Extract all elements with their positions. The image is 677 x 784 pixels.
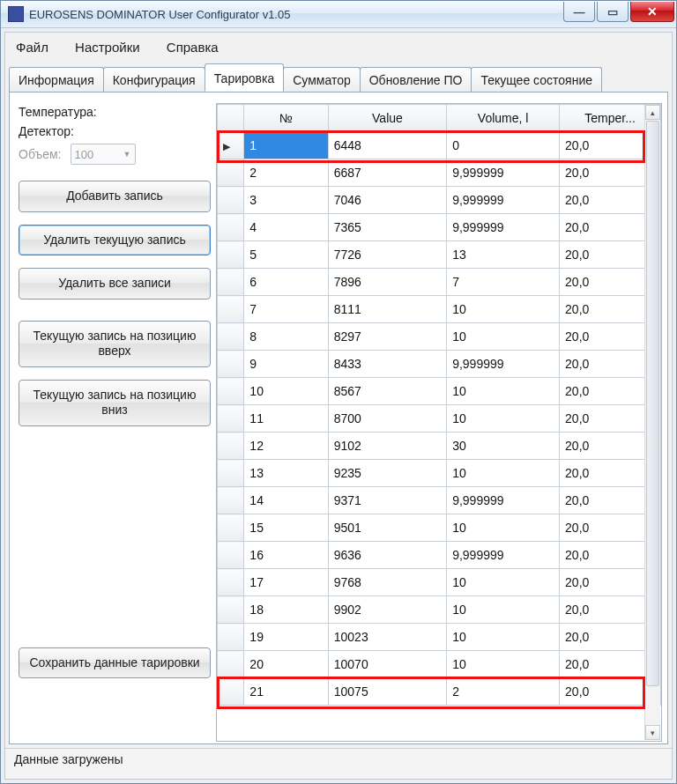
row-header[interactable] <box>218 241 244 269</box>
scroll-thumb[interactable] <box>646 121 659 686</box>
cell-volume[interactable]: 10 <box>447 323 560 351</box>
table-row[interactable]: 19100231020,0 <box>218 624 661 651</box>
cell-value[interactable]: 7726 <box>328 241 446 269</box>
cell-n[interactable]: 2 <box>244 159 328 187</box>
menu-file[interactable]: Файл <box>16 40 48 55</box>
cell-value[interactable]: 9902 <box>328 596 446 624</box>
cell-value[interactable]: 8297 <box>328 323 446 351</box>
cell-value[interactable]: 9501 <box>328 514 446 542</box>
cell-value[interactable]: 7046 <box>328 187 446 214</box>
table-row[interactable]: 266879,99999920,0 <box>218 159 661 187</box>
cell-n[interactable]: 11 <box>244 405 328 433</box>
cell-volume[interactable]: 10 <box>447 296 560 323</box>
cell-n[interactable]: 14 <box>244 487 328 514</box>
cell-n[interactable]: 6 <box>244 269 328 296</box>
move-down-button[interactable]: Текущую запись на позицию вниз <box>19 380 211 426</box>
row-header[interactable] <box>218 351 244 378</box>
cell-n[interactable]: 1 <box>244 132 328 159</box>
cell-n[interactable]: 21 <box>244 678 328 706</box>
row-header[interactable] <box>218 433 244 460</box>
table-row[interactable]: 1595011020,0 <box>218 514 661 542</box>
table-row[interactable]: 781111020,0 <box>218 296 661 323</box>
table-row[interactable]: 20100701020,0 <box>218 651 661 678</box>
cell-volume[interactable]: 9,999999 <box>447 542 560 569</box>
row-header[interactable] <box>218 214 244 241</box>
cell-volume[interactable]: 10 <box>447 405 560 433</box>
table-row[interactable]: 2110075220,0 <box>218 678 661 706</box>
tab-info[interactable]: Информация <box>9 67 104 92</box>
row-header[interactable] <box>218 624 244 651</box>
cell-volume[interactable]: 10 <box>447 596 560 624</box>
cell-value[interactable]: 7365 <box>328 214 446 241</box>
row-header[interactable] <box>218 187 244 214</box>
cell-n[interactable]: 9 <box>244 351 328 378</box>
cell-n[interactable]: 7 <box>244 296 328 323</box>
table-row[interactable]: 473659,99999920,0 <box>218 214 661 241</box>
row-header[interactable] <box>218 378 244 405</box>
row-header[interactable] <box>218 678 244 706</box>
cell-value[interactable]: 10075 <box>328 678 446 706</box>
cell-volume[interactable]: 10 <box>447 460 560 487</box>
table-row[interactable]: 67896720,0 <box>218 269 661 296</box>
add-record-button[interactable]: Добавить запись <box>19 181 211 212</box>
move-up-button[interactable]: Текущую запись на позицию вверх <box>19 321 211 367</box>
cell-volume[interactable]: 9,999999 <box>447 187 560 214</box>
table-row[interactable]: 984339,99999920,0 <box>218 351 661 378</box>
cell-value[interactable]: 6448 <box>328 132 446 159</box>
menu-settings[interactable]: Настройки <box>75 40 140 55</box>
cell-n[interactable]: 5 <box>244 241 328 269</box>
tab-state[interactable]: Текущее состояние <box>471 67 602 92</box>
table-row[interactable]: 1797681020,0 <box>218 569 661 596</box>
cell-volume[interactable]: 2 <box>447 678 560 706</box>
row-header[interactable] <box>218 159 244 187</box>
cell-volume[interactable]: 9,999999 <box>447 159 560 187</box>
cell-volume[interactable]: 30 <box>447 433 560 460</box>
cell-volume[interactable]: 10 <box>447 569 560 596</box>
tab-update[interactable]: Обновление ПО <box>360 67 472 92</box>
cell-n[interactable]: 4 <box>244 214 328 241</box>
cell-value[interactable]: 7896 <box>328 269 446 296</box>
cell-n[interactable]: 15 <box>244 514 328 542</box>
table-row[interactable]: 1493719,99999920,0 <box>218 487 661 514</box>
cell-value[interactable]: 9636 <box>328 542 446 569</box>
volume-combo[interactable]: 100 ▼ <box>71 144 136 165</box>
row-header[interactable] <box>218 514 244 542</box>
cell-n[interactable]: 10 <box>244 378 328 405</box>
vertical-scrollbar[interactable]: ▴ ▾ <box>644 105 660 740</box>
delete-current-button[interactable]: Удалить текущую запись <box>19 225 211 256</box>
row-header[interactable] <box>218 596 244 624</box>
col-header-n[interactable]: № <box>244 105 328 132</box>
cell-n[interactable]: 16 <box>244 542 328 569</box>
cell-volume[interactable]: 9,999999 <box>447 487 560 514</box>
save-button[interactable]: Сохранить данные тарировки <box>19 647 211 679</box>
cell-n[interactable]: 17 <box>244 569 328 596</box>
tab-calibration[interactable]: Тарировка <box>205 63 285 92</box>
row-header[interactable] <box>218 460 244 487</box>
close-button[interactable]: ✕ <box>630 2 674 22</box>
row-header[interactable] <box>218 269 244 296</box>
table-row[interactable]: 1899021020,0 <box>218 596 661 624</box>
cell-volume[interactable]: 9,999999 <box>447 351 560 378</box>
row-header[interactable] <box>218 323 244 351</box>
calibration-grid[interactable]: № Value Volume, l Temper... ▶16448020,02… <box>216 103 662 742</box>
cell-value[interactable]: 9371 <box>328 487 446 514</box>
maximize-button[interactable]: ▭ <box>597 2 629 22</box>
table-row[interactable]: 1291023020,0 <box>218 433 661 460</box>
table-row[interactable]: 1392351020,0 <box>218 460 661 487</box>
cell-value[interactable]: 8433 <box>328 351 446 378</box>
menu-help[interactable]: Справка <box>167 40 219 55</box>
scroll-up-button[interactable]: ▴ <box>645 105 660 120</box>
cell-value[interactable]: 10070 <box>328 651 446 678</box>
cell-volume[interactable]: 0 <box>447 132 560 159</box>
cell-n[interactable]: 12 <box>244 433 328 460</box>
col-header-value[interactable]: Value <box>328 105 446 132</box>
tab-summator[interactable]: Сумматор <box>283 67 361 92</box>
table-row[interactable]: 1696369,99999920,0 <box>218 542 661 569</box>
cell-n[interactable]: 20 <box>244 651 328 678</box>
cell-value[interactable]: 8567 <box>328 378 446 405</box>
table-row[interactable]: 1187001020,0 <box>218 405 661 433</box>
cell-value[interactable]: 10023 <box>328 624 446 651</box>
row-header[interactable] <box>218 405 244 433</box>
cell-volume[interactable]: 9,999999 <box>447 214 560 241</box>
table-row[interactable]: 370469,99999920,0 <box>218 187 661 214</box>
